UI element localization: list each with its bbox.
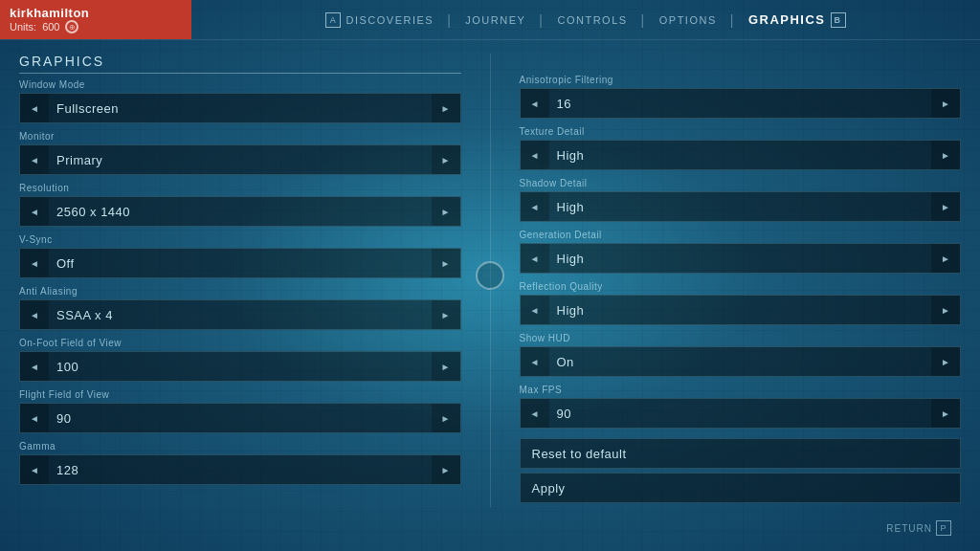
onfoot-fov-value: 100 [49, 360, 432, 374]
shadow-detail-control: ◄ High ► [520, 191, 962, 222]
resolution-value: 2560 x 1440 [49, 205, 432, 219]
resolution-next[interactable]: ► [432, 197, 460, 226]
shadow-detail-next[interactable]: ► [931, 192, 960, 221]
gamma-group: Gamma ◄ 128 ► [19, 441, 461, 485]
vsync-group: V-Sync ◄ Off ► [19, 234, 461, 278]
window-mode-prev[interactable]: ◄ [20, 94, 49, 122]
right-column: Anisotropic Filtering ◄ 16 ► Texture Det… [491, 54, 962, 507]
monitor-label: Monitor [19, 131, 461, 142]
center-circle-decoration [476, 261, 504, 290]
units-label: Units: [10, 21, 36, 33]
apply-button[interactable]: Apply [520, 473, 962, 503]
max-fps-prev[interactable]: ◄ [521, 399, 549, 428]
flight-fov-next[interactable]: ► [432, 404, 460, 432]
max-fps-label: Max FPS [520, 385, 962, 395]
vsync-control: ◄ Off ► [19, 248, 461, 278]
resolution-group: Resolution ◄ 2560 x 1440 ► [19, 183, 461, 227]
nav-item-journey[interactable]: JOURNEY [452, 14, 539, 26]
resolution-prev[interactable]: ◄ [20, 197, 49, 226]
onfoot-fov-group: On-Foot Field of View ◄ 100 ► [19, 338, 461, 382]
window-mode-label: Window Mode [19, 79, 461, 90]
nav-item-graphics[interactable]: GRAPHICS B [735, 12, 859, 28]
anisotropic-value: 16 [549, 97, 932, 111]
anisotropic-label: Anisotropic Filtering [520, 75, 962, 85]
onfoot-fov-label: On-Foot Field of View [19, 338, 461, 348]
monitor-value: Primary [49, 153, 432, 167]
shadow-detail-value: High [549, 200, 932, 214]
texture-detail-control: ◄ High ► [520, 140, 962, 170]
show-hud-control: ◄ On ► [520, 346, 962, 377]
units-icon: ⊕ [65, 20, 78, 33]
max-fps-next[interactable]: ► [931, 399, 960, 428]
generation-detail-control: ◄ High ► [520, 243, 962, 274]
vsync-next[interactable]: ► [432, 249, 460, 277]
max-fps-control: ◄ 90 ► [520, 398, 962, 429]
user-panel: kirkhamilton Units: 600 ⊕ [0, 0, 191, 39]
gamma-control: ◄ 128 ► [19, 454, 461, 485]
gamma-next[interactable]: ► [432, 455, 460, 484]
monitor-prev[interactable]: ◄ [20, 145, 49, 174]
generation-detail-group: Generation Detail ◄ High ► [520, 230, 962, 274]
resolution-label: Resolution [19, 183, 461, 193]
texture-detail-prev[interactable]: ◄ [521, 141, 549, 169]
show-hud-prev[interactable]: ◄ [521, 347, 549, 376]
vsync-label: V-Sync [19, 234, 461, 245]
window-mode-next[interactable]: ► [432, 94, 460, 122]
nav-item-discoveries[interactable]: A DISCOVERIES [312, 12, 447, 28]
units-value: 600 [42, 21, 59, 33]
generation-detail-prev[interactable]: ◄ [521, 244, 549, 273]
texture-detail-value: High [549, 148, 932, 163]
antialiasing-next[interactable]: ► [432, 300, 460, 329]
nav-item-options[interactable]: OPTIONS [646, 14, 730, 26]
reflection-quality-value: High [549, 303, 932, 318]
gamma-label: Gamma [19, 441, 461, 452]
anisotropic-prev[interactable]: ◄ [521, 89, 549, 118]
gamma-value: 128 [49, 463, 432, 477]
reflection-quality-prev[interactable]: ◄ [521, 296, 549, 324]
navigation: A DISCOVERIES | JOURNEY | CONTROLS | OPT… [191, 0, 980, 39]
antialiasing-label: Anti Aliasing [19, 286, 461, 297]
username: kirkhamilton [10, 6, 182, 20]
monitor-next[interactable]: ► [432, 145, 460, 174]
flight-fov-group: Flight Field of View ◄ 90 ► [19, 389, 461, 433]
flight-fov-value: 90 [49, 411, 432, 426]
flight-fov-control: ◄ 90 ► [19, 403, 461, 433]
reflection-quality-group: Reflection Quality ◄ High ► [520, 281, 962, 325]
texture-detail-label: Texture Detail [520, 126, 962, 137]
flight-fov-label: Flight Field of View [19, 389, 461, 400]
texture-detail-next[interactable]: ► [931, 141, 960, 169]
resolution-control: ◄ 2560 x 1440 ► [19, 196, 461, 227]
antialiasing-control: ◄ SSAA x 4 ► [19, 299, 461, 330]
reflection-quality-control: ◄ High ► [520, 295, 962, 325]
flight-fov-prev[interactable]: ◄ [20, 404, 49, 432]
nav-item-controls[interactable]: CONTROLS [544, 14, 640, 26]
return-hint: RETURN P [886, 520, 951, 536]
vsync-value: Off [49, 256, 432, 271]
generation-detail-next[interactable]: ► [931, 244, 960, 273]
onfoot-fov-prev[interactable]: ◄ [20, 352, 49, 381]
anisotropic-control: ◄ 16 ► [520, 88, 962, 119]
generation-detail-value: High [549, 252, 932, 266]
max-fps-value: 90 [549, 407, 932, 421]
reflection-quality-next[interactable]: ► [931, 296, 960, 324]
show-hud-group: Show HUD ◄ On ► [520, 333, 962, 377]
window-mode-value: Fullscreen [49, 101, 432, 116]
gamma-prev[interactable]: ◄ [20, 455, 49, 484]
antialiasing-prev[interactable]: ◄ [20, 300, 49, 329]
show-hud-value: On [549, 355, 932, 369]
monitor-control: ◄ Primary ► [19, 144, 461, 175]
discoveries-icon: A [325, 12, 341, 28]
onfoot-fov-next[interactable]: ► [432, 352, 460, 381]
antialiasing-value: SSAA x 4 [49, 308, 432, 322]
anisotropic-next[interactable]: ► [931, 89, 960, 118]
units-row: Units: 600 ⊕ [10, 20, 182, 33]
shadow-detail-group: Shadow Detail ◄ High ► [520, 178, 962, 222]
vsync-prev[interactable]: ◄ [20, 249, 49, 277]
shadow-detail-prev[interactable]: ◄ [521, 192, 549, 221]
return-hint-label: RETURN [886, 523, 932, 534]
monitor-group: Monitor ◄ Primary ► [19, 131, 461, 175]
show-hud-next[interactable]: ► [931, 347, 960, 376]
graphics-icon: B [831, 12, 846, 28]
reset-button[interactable]: Reset to default [520, 438, 962, 469]
shadow-detail-label: Shadow Detail [520, 178, 962, 188]
